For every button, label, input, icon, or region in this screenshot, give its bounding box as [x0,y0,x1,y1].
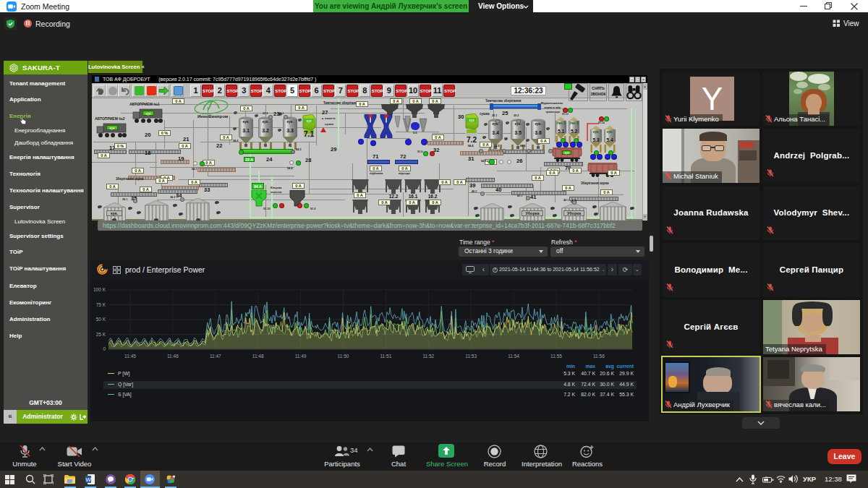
svg-text:W: W [85,476,91,483]
